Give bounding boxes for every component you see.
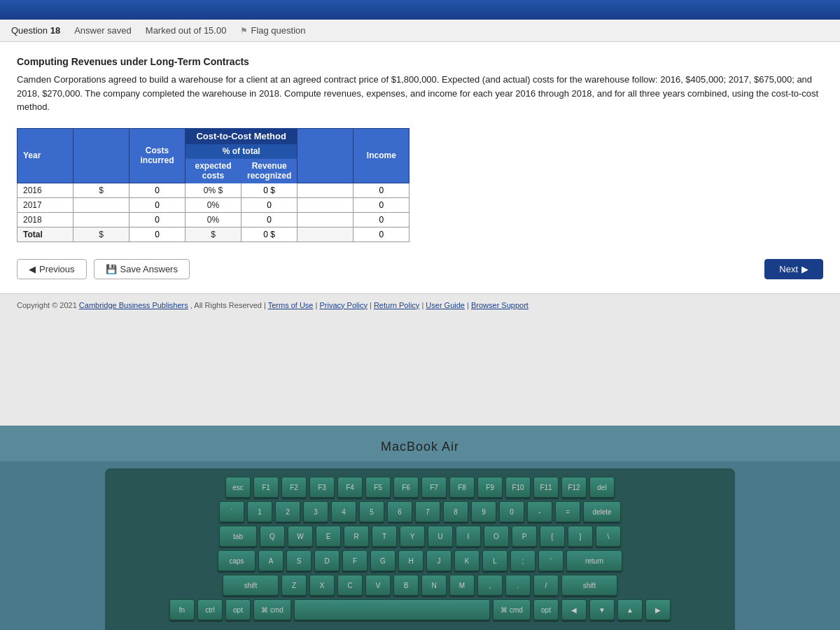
footer-return-link[interactable]: Return Policy [374,301,419,309]
key-quote[interactable]: ' [538,550,564,571]
key-5[interactable]: 5 [359,501,384,522]
key-f2[interactable]: F2 [281,477,307,498]
key-b[interactable]: B [393,575,419,596]
costs-2018-input[interactable] [136,215,178,225]
key-6[interactable]: 6 [387,501,412,522]
key-tab[interactable]: tab [219,526,257,547]
key-i[interactable]: I [456,526,481,547]
costs-total[interactable] [130,227,186,241]
key-arrow-left[interactable]: ◀ [561,599,587,620]
key-s[interactable]: S [286,550,312,571]
key-semicolon[interactable]: ; [510,550,536,571]
key-opt-left[interactable]: opt [225,599,251,620]
key-m[interactable]: M [449,575,475,596]
key-9[interactable]: 9 [471,501,496,522]
key-v[interactable]: V [365,575,391,596]
key-0[interactable]: 0 [499,501,524,522]
key-q[interactable]: Q [260,526,285,547]
key-arrow-down[interactable]: ▼ [589,599,615,620]
previous-button[interactable]: ◀ Previous [17,259,87,279]
key-ctrl[interactable]: ctrl [197,599,223,620]
income-2018-input[interactable] [360,215,402,225]
key-o[interactable]: O [484,526,509,547]
key-f10[interactable]: F10 [505,477,531,498]
key-space[interactable] [294,599,490,620]
key-2[interactable]: 2 [275,501,300,522]
key-4[interactable]: 4 [331,501,356,522]
revenue-2017[interactable] [241,197,298,212]
key-arrow-up[interactable]: ▲ [617,599,643,620]
key-lbracket[interactable]: [ [540,526,565,547]
revenue-total-input[interactable] [248,230,290,239]
key-f[interactable]: F [342,550,368,571]
key-f6[interactable]: F6 [393,477,419,498]
key-backtick[interactable]: ` [219,501,244,522]
key-z[interactable]: Z [281,575,307,596]
footer-userguide-link[interactable]: User Guide [426,301,465,309]
key-p[interactable]: P [512,526,537,547]
key-f8[interactable]: F8 [449,477,475,498]
save-answers-button[interactable]: 💾 Save Answers [94,259,190,279]
key-equals[interactable]: = [555,501,580,522]
key-l[interactable]: L [482,550,507,571]
income-2016[interactable] [354,183,410,197]
income-2018[interactable] [354,212,410,227]
key-f3[interactable]: F3 [309,477,335,498]
flag-question[interactable]: ⚑ Flag question [240,25,305,36]
income-2017[interactable] [354,197,410,212]
key-f11[interactable]: F11 [533,477,559,498]
key-backslash[interactable]: \ [596,526,621,547]
key-del[interactable]: del [589,477,615,498]
key-h[interactable]: H [398,550,424,571]
costs-2017[interactable] [130,197,186,212]
income-2017-input[interactable] [360,200,402,210]
key-period[interactable]: . [505,575,531,596]
key-7[interactable]: 7 [415,501,440,522]
key-arrow-right[interactable]: ▶ [645,599,671,620]
key-w[interactable]: W [288,526,313,547]
key-t[interactable]: T [372,526,397,547]
key-3[interactable]: 3 [303,501,328,522]
key-d[interactable]: D [314,550,340,571]
key-n[interactable]: N [421,575,447,596]
key-c[interactable]: C [337,575,363,596]
key-shift-left[interactable]: shift [223,575,279,596]
key-rbracket[interactable]: ] [568,526,593,547]
key-f9[interactable]: F9 [477,477,503,498]
income-total-input[interactable] [360,230,402,239]
key-f12[interactable]: F12 [561,477,587,498]
key-f5[interactable]: F5 [365,477,391,498]
key-a[interactable]: A [258,550,284,571]
key-delete[interactable]: delete [583,501,621,522]
key-minus[interactable]: - [527,501,552,522]
key-f4[interactable]: F4 [337,477,363,498]
revenue-2016[interactable] [241,183,298,197]
footer-browser-link[interactable]: Browser Support [471,301,528,309]
costs-2017-input[interactable] [136,200,178,210]
key-u[interactable]: U [428,526,453,547]
key-f1[interactable]: F1 [253,477,279,498]
key-opt-right[interactable]: opt [533,599,559,620]
key-1[interactable]: 1 [247,501,272,522]
key-e[interactable]: E [316,526,341,547]
key-fn[interactable]: fn [169,599,195,620]
footer-terms-link[interactable]: Terms of Use [268,301,314,309]
key-f7[interactable]: F7 [421,477,447,498]
revenue-total[interactable] [241,227,298,241]
key-cmd-left[interactable]: ⌘ cmd [253,599,291,620]
revenue-2017-input[interactable] [248,200,290,210]
key-j[interactable]: J [426,550,451,571]
next-button[interactable]: Next ▶ [764,259,823,279]
revenue-2016-input[interactable] [248,186,290,195]
key-caps[interactable]: caps [218,550,255,571]
revenue-2018-input[interactable] [248,215,290,225]
income-2016-input[interactable] [360,186,402,195]
footer-privacy-link[interactable]: Privacy Policy [319,301,367,309]
costs-2016-input[interactable] [136,186,178,195]
key-shift-right[interactable]: shift [561,575,617,596]
costs-2018[interactable] [130,212,186,227]
key-cmd-right[interactable]: ⌘ cmd [493,599,531,620]
key-slash[interactable]: / [533,575,559,596]
income-total[interactable] [354,227,410,241]
key-esc[interactable]: esc [225,477,251,498]
